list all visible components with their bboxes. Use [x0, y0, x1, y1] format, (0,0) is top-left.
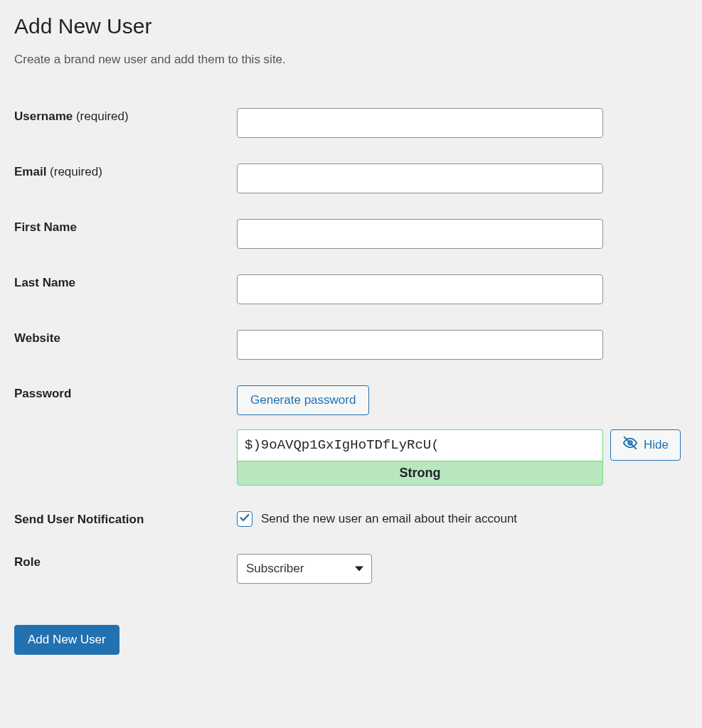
notification-checkbox-label[interactable]: Send the new user an email about their a… — [261, 512, 517, 526]
last-name-input[interactable] — [237, 274, 603, 304]
password-label: Password — [14, 373, 230, 498]
password-strength-meter: Strong — [237, 461, 603, 486]
website-label: Website — [14, 317, 230, 373]
notification-checkbox[interactable] — [237, 511, 252, 527]
page-description: Create a brand new user and add them to … — [14, 53, 688, 67]
website-input[interactable] — [237, 330, 603, 360]
notification-label: Send User Notification — [14, 498, 230, 541]
page-title: Add New User — [14, 14, 688, 38]
add-new-user-button[interactable]: Add New User — [14, 625, 119, 655]
check-icon — [239, 512, 250, 526]
generate-password-button[interactable]: Generate password — [237, 385, 369, 415]
eye-slash-icon — [622, 435, 638, 454]
last-name-label: Last Name — [14, 262, 230, 317]
first-name-label: First Name — [14, 206, 230, 262]
username-input[interactable] — [237, 108, 603, 138]
first-name-input[interactable] — [237, 219, 603, 249]
hide-password-button[interactable]: Hide — [610, 429, 681, 461]
email-label: Email (required) — [14, 151, 230, 206]
email-input[interactable] — [237, 164, 603, 193]
username-label: Username (required) — [14, 95, 230, 151]
role-label: Role — [14, 541, 230, 596]
password-input[interactable] — [237, 429, 603, 461]
role-select[interactable]: Subscriber — [237, 554, 372, 584]
